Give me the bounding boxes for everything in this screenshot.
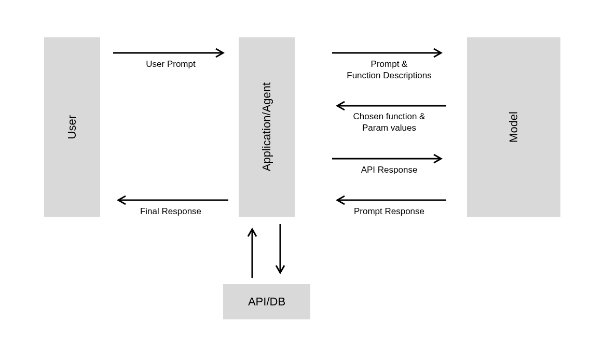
user-box-label: User (65, 115, 79, 139)
arrow-prompt-response (332, 195, 446, 205)
arrow-final-response (113, 195, 228, 205)
agent-box: Application/Agent (239, 37, 295, 217)
apidb-box-label: API/DB (248, 295, 285, 309)
user-box: User (44, 37, 100, 217)
arrow-prompt-func-desc (332, 48, 446, 58)
arrow-label-prompt-response: Prompt Response (332, 206, 446, 217)
arrow-label-chosen-func: Chosen function & Param values (332, 111, 446, 134)
arrow-label-final-response: Final Response (113, 206, 228, 217)
model-box-label: Model (507, 111, 520, 143)
agent-box-label: Application/Agent (260, 82, 273, 171)
arrow-api-response (332, 153, 446, 164)
apidb-box: API/DB (223, 284, 310, 319)
arrow-apidb-to-agent (247, 224, 257, 278)
arrow-label-user-prompt: User Prompt (113, 59, 228, 70)
arrow-label-prompt-func-desc: Prompt & Function Descriptions (332, 59, 446, 81)
arrow-agent-to-apidb (275, 224, 285, 278)
arrow-label-api-response: API Response (332, 164, 446, 176)
model-box: Model (467, 37, 560, 217)
arrow-chosen-func (332, 101, 446, 111)
arrow-user-prompt (113, 48, 228, 58)
